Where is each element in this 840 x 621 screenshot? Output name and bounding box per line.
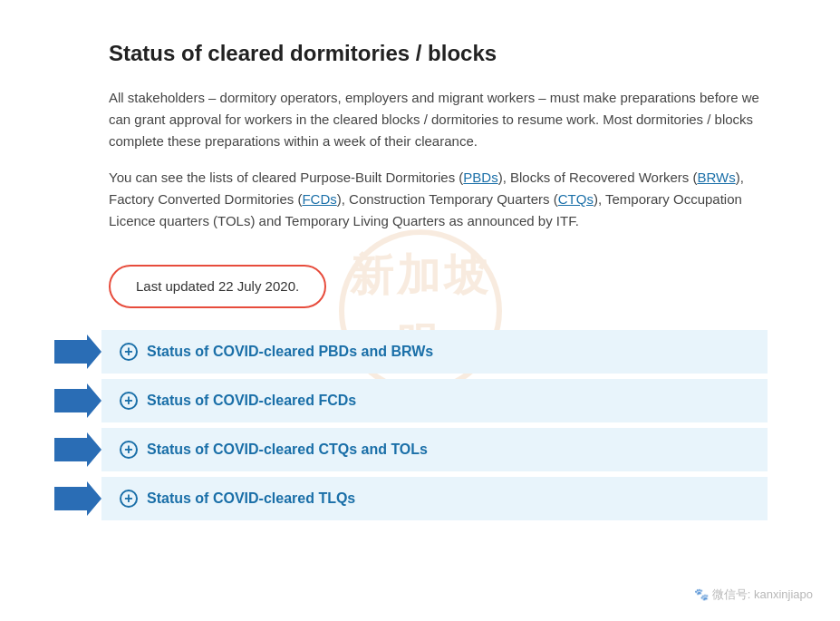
svg-marker-3 xyxy=(54,481,101,516)
accordion-btn-pbds-brws[interactable]: +Status of COVID-cleared PBDs and BRWs xyxy=(101,330,768,374)
para2-text4: ), Construction Temporary Quarters ( xyxy=(337,191,558,207)
main-content: Status of cleared dormitories / blocks A… xyxy=(109,36,768,520)
wechat-label: 🐾 xyxy=(694,587,712,601)
accordion-label: Status of COVID-cleared PBDs and BRWs xyxy=(147,344,433,360)
watermark-bottom: 🐾 微信号: kanxinjiapo xyxy=(694,586,813,605)
brws-link[interactable]: BRWs xyxy=(697,170,735,185)
accordion-list: +Status of COVID-cleared PBDs and BRWs +… xyxy=(109,330,768,520)
accordion-label: Status of COVID-cleared FCDs xyxy=(147,393,356,409)
pbds-link[interactable]: PBDs xyxy=(463,170,497,185)
plus-circle-icon: + xyxy=(120,441,138,459)
page-title: Status of cleared dormitories / blocks xyxy=(109,36,768,71)
accordion-btn-fcds[interactable]: +Status of COVID-cleared FCDs xyxy=(101,379,768,422)
accordion-item: +Status of COVID-cleared FCDs xyxy=(109,379,768,422)
arrow-icon xyxy=(54,383,101,418)
arrow-icon xyxy=(54,481,101,516)
accordion-label: Status of COVID-cleared TLQs xyxy=(147,490,355,507)
plus-circle-icon: + xyxy=(120,490,138,508)
para2-text2: ), Blocks of Recovered Workers ( xyxy=(498,170,698,185)
para2-text1: You can see the lists of cleared Purpose… xyxy=(109,170,463,185)
fcds-link[interactable]: FCDs xyxy=(302,191,336,207)
last-updated-text: Last updated 22 July 2020. xyxy=(136,278,299,294)
svg-marker-0 xyxy=(54,335,101,369)
intro-paragraph-2: You can see the lists of cleared Purpose… xyxy=(109,167,768,232)
svg-marker-1 xyxy=(54,383,101,418)
arrow-icon xyxy=(54,432,101,467)
page-wrapper: 新加坡眼 Status of cleared dormitories / blo… xyxy=(0,0,840,621)
plus-circle-icon: + xyxy=(120,392,138,410)
accordion-item: +Status of COVID-cleared CTQs and TOLs xyxy=(109,428,768,471)
arrow-icon xyxy=(54,335,101,369)
wechat-text: 微信号: kanxinjiapo xyxy=(712,587,813,601)
ctqs-link[interactable]: CTQs xyxy=(558,191,594,207)
last-updated-oval: Last updated 22 July 2020. xyxy=(109,265,326,308)
accordion-item: +Status of COVID-cleared TLQs xyxy=(109,477,768,520)
accordion-btn-ctqs-tols[interactable]: +Status of COVID-cleared CTQs and TOLs xyxy=(101,428,768,471)
intro-paragraph-1: All stakeholders – dormitory operators, … xyxy=(109,87,768,152)
plus-circle-icon: + xyxy=(120,343,138,361)
svg-marker-2 xyxy=(54,432,101,467)
accordion-item: +Status of COVID-cleared PBDs and BRWs xyxy=(109,330,768,374)
last-updated-wrapper: Last updated 22 July 2020. xyxy=(109,265,326,308)
accordion-btn-tlqs[interactable]: +Status of COVID-cleared TLQs xyxy=(101,477,768,520)
accordion-label: Status of COVID-cleared CTQs and TOLs xyxy=(147,441,428,458)
